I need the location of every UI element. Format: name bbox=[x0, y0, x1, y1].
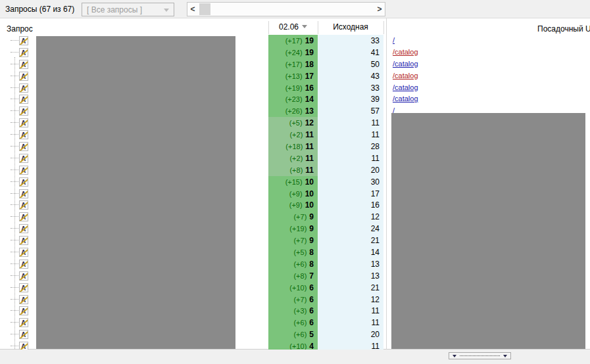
rank-cell: (+6)8 bbox=[268, 258, 318, 270]
initial-position-cell: 28 bbox=[318, 141, 383, 152]
position-value: 12 bbox=[305, 118, 314, 127]
query-filter-dropdown[interactable]: [ Все запросы ] bbox=[82, 3, 174, 16]
tree-connector bbox=[11, 193, 18, 194]
keyword-icon: A bbox=[19, 260, 28, 269]
tree-connector bbox=[11, 64, 18, 64]
rank-cell: (+15)10 bbox=[268, 176, 318, 188]
keyword-icon: A bbox=[19, 130, 28, 139]
tree-connector bbox=[11, 181, 18, 182]
rank-cell: (+9)10 bbox=[268, 188, 318, 200]
position-change: (+19) bbox=[289, 225, 307, 233]
initial-position-cell: 14 bbox=[318, 246, 383, 258]
position-change: (+26) bbox=[285, 107, 303, 115]
landing-url-link[interactable]: / bbox=[393, 36, 395, 44]
initial-position-cell: 57 bbox=[318, 105, 383, 117]
landing-url-link[interactable]: /catalog bbox=[393, 83, 418, 91]
position-value: 19 bbox=[305, 48, 314, 57]
position-change: (+9) bbox=[289, 190, 303, 198]
position-change: (+24) bbox=[285, 49, 303, 57]
rank-cell: (+18)11 bbox=[268, 141, 318, 152]
tree-connector bbox=[11, 216, 18, 217]
position-value: 11 bbox=[305, 142, 314, 151]
column-header-query[interactable]: Запрос bbox=[7, 24, 33, 34]
rank-cell: (+24)19 bbox=[268, 47, 318, 58]
landing-url-link[interactable]: /catalog bbox=[393, 95, 418, 102]
position-value: 10 bbox=[305, 200, 314, 210]
rank-cell: (+7)9 bbox=[268, 235, 318, 246]
queries-table: Запрос 02.06 Исходная Посадочный URL A(+… bbox=[0, 18, 590, 350]
position-change: (+6) bbox=[293, 260, 307, 268]
column-header-landing-url[interactable]: Посадочный URL bbox=[537, 24, 590, 34]
position-value: 10 bbox=[305, 177, 314, 187]
scroll-left-button[interactable]: < bbox=[187, 3, 198, 16]
tree-connector bbox=[11, 52, 18, 53]
header-separator bbox=[383, 21, 384, 34]
scrollbar-thumb[interactable] bbox=[199, 3, 210, 15]
initial-position-cell: 11 bbox=[318, 317, 383, 329]
landing-url-link[interactable]: /catalog bbox=[393, 60, 418, 68]
keyword-icon: A bbox=[19, 306, 28, 315]
rank-cell: (+6)5 bbox=[268, 329, 318, 340]
position-change: (+6) bbox=[293, 330, 307, 338]
position-value: 5 bbox=[309, 330, 314, 339]
initial-position-cell: 13 bbox=[318, 270, 383, 282]
position-value: 11 bbox=[305, 154, 314, 163]
position-change: (+7) bbox=[293, 213, 307, 221]
scroll-right-button[interactable]: > bbox=[374, 3, 385, 16]
tree-connector bbox=[11, 228, 18, 229]
tree-connector bbox=[11, 170, 18, 170]
column-header-date[interactable]: 02.06 bbox=[268, 18, 318, 35]
initial-position-cell: 11 bbox=[318, 152, 383, 164]
top-horizontal-scrollbar[interactable]: < > bbox=[187, 2, 385, 16]
position-value: 7 bbox=[309, 271, 314, 281]
tree-connector bbox=[11, 204, 18, 205]
position-change: (+8) bbox=[289, 166, 303, 174]
position-value: 6 bbox=[309, 318, 314, 327]
keyword-icon: A bbox=[19, 212, 28, 221]
scrollbar-track[interactable] bbox=[198, 3, 374, 16]
rank-cell: (+19)9 bbox=[268, 223, 318, 235]
query-filter-value: [ Все запросы ] bbox=[87, 5, 142, 14]
position-value: 6 bbox=[309, 306, 314, 315]
keyword-icon: A bbox=[19, 283, 28, 292]
rank-cell: (+2)11 bbox=[268, 129, 318, 141]
position-value: 9 bbox=[309, 224, 314, 233]
position-value: 14 bbox=[305, 95, 314, 104]
position-change: (+5) bbox=[289, 119, 303, 127]
keyword-icon: A bbox=[19, 106, 28, 116]
initial-position-cell: 20 bbox=[318, 329, 383, 340]
keyword-icon: A bbox=[19, 166, 28, 175]
position-change: (+3) bbox=[293, 307, 307, 315]
position-change: (+18) bbox=[285, 143, 303, 150]
initial-position-cell: 21 bbox=[318, 235, 383, 246]
position-change: (+2) bbox=[289, 154, 303, 162]
position-value: 13 bbox=[305, 106, 314, 116]
initial-position-cell: 13 bbox=[318, 258, 383, 270]
tree-connector bbox=[11, 322, 18, 323]
keyword-icon: A bbox=[19, 271, 28, 281]
redacted-url-block bbox=[391, 113, 585, 349]
initial-position-cell: 39 bbox=[318, 93, 383, 105]
keyword-icon: A bbox=[19, 154, 28, 163]
initial-position-cell: 41 bbox=[318, 47, 383, 58]
position-change: (+19) bbox=[285, 84, 303, 92]
position-change: (+5) bbox=[293, 248, 307, 256]
keyword-icon: A bbox=[19, 342, 28, 350]
initial-position-cell: 16 bbox=[318, 199, 383, 211]
position-value: 19 bbox=[305, 36, 314, 45]
landing-url-link[interactable]: /catalog bbox=[393, 48, 418, 56]
tree-connector bbox=[11, 134, 18, 135]
column-header-initial[interactable]: Исходная bbox=[318, 18, 383, 35]
initial-position-cell: 20 bbox=[318, 164, 383, 176]
keyword-icon: A bbox=[19, 83, 28, 93]
keyword-icon: A bbox=[19, 142, 28, 151]
position-change: (+23) bbox=[285, 95, 303, 103]
position-change: (+8) bbox=[293, 272, 307, 280]
panel-splitter-handle[interactable] bbox=[449, 352, 511, 359]
initial-position-cell: 33 bbox=[318, 82, 383, 94]
position-value: 8 bbox=[309, 248, 314, 257]
position-value: 11 bbox=[305, 130, 314, 139]
position-change: (+7) bbox=[293, 237, 307, 244]
keyword-icon: A bbox=[19, 72, 28, 81]
landing-url-link[interactable]: /catalog bbox=[393, 72, 418, 80]
